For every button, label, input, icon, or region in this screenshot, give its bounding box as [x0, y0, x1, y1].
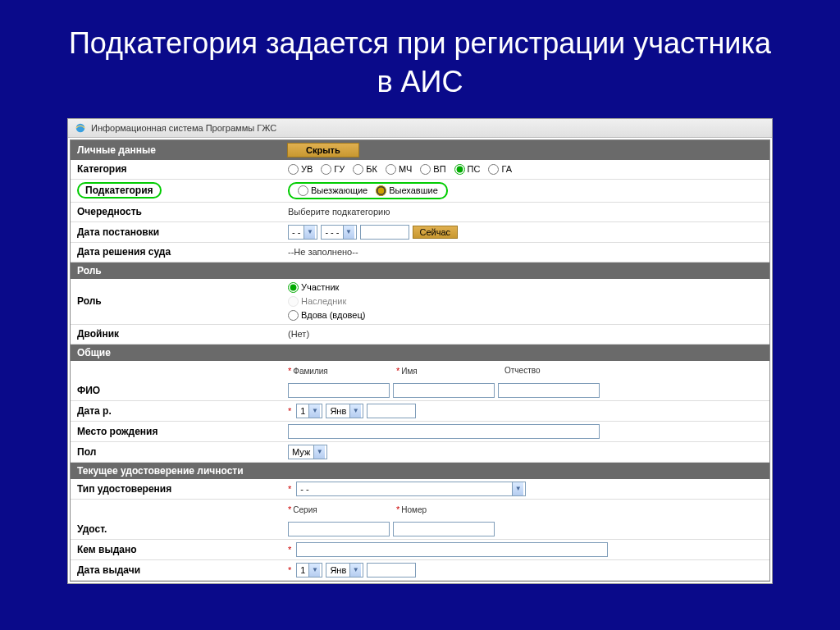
chevron-down-icon: ▼: [349, 404, 361, 418]
chevron-down-icon: ▼: [349, 564, 361, 577]
radio-cat-1[interactable]: ГУ: [321, 164, 345, 175]
svg-point-0: [76, 123, 85, 132]
section-role: Роль: [71, 262, 769, 279]
chevron-down-icon: ▼: [343, 226, 354, 239]
birth-day-select[interactable]: 1▼: [296, 404, 322, 418]
label-fio: ФИО: [71, 385, 288, 396]
subcategory-radios: Выезжающие Выехавшие: [288, 182, 448, 199]
id-number-input[interactable]: [393, 522, 495, 536]
radio-sub-1[interactable]: Выехавшие: [376, 185, 438, 196]
radio-cat-6[interactable]: ГА: [488, 164, 512, 175]
col-lastname: Фамилия: [293, 367, 327, 376]
label-birth-date: Дата р.: [71, 405, 288, 417]
label-category: Категория: [71, 163, 288, 175]
slide-title: Подкатегория задается при регистрации уч…: [0, 0, 840, 118]
category-radios: УВ ГУ БК МЧ ВП ПС ГА: [288, 164, 769, 175]
radio-role-1: Наследник: [288, 296, 346, 307]
col-firstname: Имя: [401, 367, 417, 376]
row-issued-by: Кем выдано *: [71, 540, 769, 560]
gender-select[interactable]: Муж▼: [288, 445, 327, 459]
chevron-down-icon: ▼: [313, 445, 325, 459]
issue-month-select[interactable]: Янв▼: [326, 563, 363, 578]
row-subcategory: Подкатегория Выезжающие Выехавшие: [71, 180, 769, 203]
radio-cat-3[interactable]: МЧ: [386, 164, 412, 175]
chevron-down-icon: ▼: [308, 404, 320, 418]
midname-input[interactable]: [498, 383, 600, 398]
row-birth-place: Место рождения: [71, 422, 769, 442]
col-midname: Отчество: [504, 366, 540, 375]
now-button[interactable]: Сейчас: [413, 226, 459, 239]
row-role: Роль Участник Наследник Вдова (вдовец): [71, 279, 769, 325]
app-window: Информационная система Программы ГЖС Лич…: [67, 118, 773, 584]
reg-month-select[interactable]: - - -▼: [321, 225, 356, 240]
radio-cat-2[interactable]: БК: [353, 164, 377, 175]
birth-month-select[interactable]: Янв▼: [326, 404, 363, 418]
radio-cat-5[interactable]: ПС: [454, 164, 481, 175]
issued-by-input[interactable]: [296, 542, 608, 557]
reg-day-select[interactable]: - -▼: [288, 225, 317, 240]
row-id-doc: Удост.: [71, 519, 769, 540]
row-fio: ФИО: [71, 381, 769, 401]
label-gender: Пол: [71, 446, 288, 458]
label-issue-date: Дата выдачи: [71, 564, 288, 576]
row-category: Категория УВ ГУ БК МЧ ВП ПС ГА: [71, 160, 769, 180]
form-area: Личные данные Скрыть Категория УВ ГУ БК …: [70, 139, 770, 582]
label-court-date: Дата решения суда: [71, 246, 288, 258]
row-birth-date: Дата р. * 1▼ Янв▼: [71, 401, 769, 422]
priority-value: Выберите подкатегорию: [288, 207, 769, 217]
label-subcategory: Подкатегория: [77, 182, 162, 199]
issue-year-input[interactable]: [367, 563, 416, 578]
radio-role-2[interactable]: Вдова (вдовец): [288, 310, 365, 321]
section-id-doc: Текущее удостоверение личности: [71, 463, 769, 479]
reg-year-input[interactable]: [360, 225, 409, 240]
id-type-select[interactable]: - -▼: [296, 482, 526, 496]
lastname-input[interactable]: [288, 383, 390, 398]
col-series: Серия: [293, 505, 317, 514]
radio-cat-4[interactable]: ВП: [420, 164, 445, 175]
id-series-input[interactable]: [288, 522, 390, 536]
row-id-type: Тип удостоверения * - -▼: [71, 479, 769, 500]
label-role: Роль: [71, 295, 288, 307]
radio-sub-0[interactable]: Выезжающие: [298, 185, 368, 196]
label-reg-date: Дата постановки: [71, 226, 288, 238]
issue-day-select[interactable]: 1▼: [296, 563, 322, 578]
col-number: Номер: [401, 505, 427, 514]
double-value: (Нет): [288, 329, 769, 339]
label-id-doc: Удост.: [71, 523, 288, 535]
row-double: Двойник (Нет): [71, 325, 769, 345]
hide-button[interactable]: Скрыть: [287, 143, 359, 158]
label-birth-place: Место рождения: [71, 426, 288, 437]
titlebar-text: Информационная система Программы ГЖС: [91, 123, 276, 133]
titlebar: Информационная система Программы ГЖС: [68, 119, 772, 138]
radio-cat-0[interactable]: УВ: [288, 164, 313, 175]
row-issue-date: Дата выдачи * 1▼ Янв▼: [71, 560, 769, 581]
label-double: Двойник: [71, 328, 288, 340]
birth-place-input[interactable]: [288, 424, 600, 439]
chevron-down-icon: ▼: [308, 564, 320, 577]
row-court-date: Дата решения суда --Не заполнено--: [71, 243, 769, 262]
ie-icon: [75, 122, 86, 134]
label-priority: Очередность: [71, 206, 288, 217]
label-id-type: Тип удостоверения: [71, 483, 288, 495]
section-general: Общие: [71, 345, 769, 361]
row-gender: Пол Муж▼: [71, 442, 769, 463]
chevron-down-icon: ▼: [512, 482, 523, 495]
chevron-down-icon: ▼: [304, 226, 315, 239]
firstname-input[interactable]: [393, 383, 495, 398]
section-personal-label: Личные данные: [77, 144, 156, 156]
row-reg-date: Дата постановки - -▼ - - -▼ Сейчас: [71, 222, 769, 243]
label-issued-by: Кем выдано: [71, 544, 288, 555]
court-date-value: --Не заполнено--: [288, 247, 769, 257]
row-priority: Очередность Выберите подкатегорию: [71, 203, 769, 222]
radio-role-0[interactable]: Участник: [288, 282, 339, 293]
birth-year-input[interactable]: [367, 404, 416, 418]
section-personal: Личные данные Скрыть: [71, 140, 769, 160]
